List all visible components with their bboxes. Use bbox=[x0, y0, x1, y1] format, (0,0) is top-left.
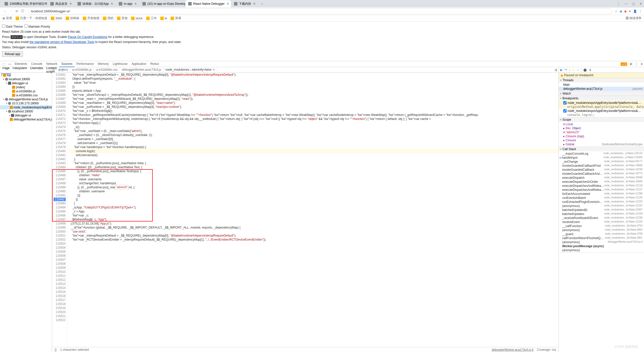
status-line: Status: Debugger session #10041 active. bbox=[2, 45, 642, 50]
pause-link[interactable]: Pause On Caught Exceptions bbox=[68, 35, 107, 39]
address-bar: ← → ⟳ ⓘ ☆ ◉ ◉ ✦ 👤 ⋮ bbox=[0, 8, 644, 15]
maintain-priority-label: Maintain Priority bbox=[28, 25, 50, 28]
info-icon[interactable]: ⓘ bbox=[20, 9, 26, 13]
back-icon[interactable]: ← bbox=[2, 10, 8, 13]
bookmark-item[interactable]: 其他 bbox=[117, 16, 128, 20]
maintain-priority-checkbox[interactable] bbox=[24, 24, 28, 28]
avatar-icon[interactable]: 👤 bbox=[633, 10, 637, 13]
dark-theme-checkbox[interactable] bbox=[2, 24, 5, 28]
forward-icon[interactable]: → bbox=[8, 10, 14, 13]
tab-close-icon[interactable]: ✕ bbox=[134, 2, 137, 6]
ext2-icon[interactable]: ◉ bbox=[624, 10, 627, 13]
reading-list[interactable]: ☰ 阅读清单 bbox=[626, 16, 641, 20]
press-line: Press Ctrl⇧J to open Developer Tools. En… bbox=[2, 34, 642, 40]
browser-tab[interactable]: React Native Debugger✕ bbox=[186, 0, 231, 7]
browser-tab[interactable]: 商品首页✕ bbox=[48, 0, 74, 7]
bookmark-item[interactable]: 开发链接 bbox=[83, 16, 99, 20]
star-icon[interactable]: ☆ bbox=[615, 10, 618, 13]
new-tab-button[interactable]: ＋ bbox=[259, 2, 266, 6]
dark-theme-label: Dark Theme bbox=[6, 25, 23, 28]
install-line: You may also install the standalone vers… bbox=[2, 39, 642, 45]
bookmark-item[interactable]: 3000 bbox=[51, 16, 62, 20]
install-link[interactable]: the standalone version of React Develope… bbox=[29, 40, 94, 44]
window-controls: ⋮ — ▢ ✕ bbox=[617, 2, 642, 6]
menu-icon[interactable]: ⋮ bbox=[617, 2, 620, 6]
ext1-icon[interactable]: ◉ bbox=[620, 10, 622, 13]
tab-close-icon[interactable]: ✕ bbox=[69, 2, 72, 6]
puzzle-icon[interactable]: ✦ bbox=[629, 10, 631, 13]
bookmark-item[interactable]: le bbox=[160, 16, 167, 20]
bookmark-item[interactable]: 工作 bbox=[146, 16, 157, 20]
kbd-shortcut: Ctrl⇧J bbox=[11, 35, 23, 39]
reload-icon[interactable]: ⟳ bbox=[14, 10, 20, 13]
browser-tab[interactable]: 徐闻侯 - 豆仆匠App✕ bbox=[75, 0, 116, 7]
browser-tab[interactable]: (32) m-app on Expo Develop...✕ bbox=[140, 0, 185, 7]
bookmark-item[interactable]: 百度一下，你就知道 bbox=[16, 16, 47, 20]
browser-tab[interactable]: 下载内容✕ bbox=[231, 0, 258, 7]
minimize-icon[interactable]: — bbox=[625, 2, 628, 6]
tab-close-icon[interactable]: ✕ bbox=[253, 2, 256, 6]
browser-tab[interactable]: m-app✕ bbox=[116, 0, 139, 7]
tab-close-icon[interactable]: ✕ bbox=[111, 2, 113, 6]
maximize-icon[interactable]: ▢ bbox=[632, 2, 635, 6]
bookmark-item[interactable]: 徐闻侯 bbox=[66, 16, 79, 20]
page-content: Dark Theme Maintain Priority React Nativ… bbox=[0, 22, 644, 59]
bookmark-item[interactable]: 我的 bbox=[103, 16, 113, 20]
close-icon[interactable]: ✕ bbox=[639, 2, 642, 6]
bookmarks-bar: ⊞ 应用 百度一下，你就知道3000徐闻侯开发链接我的其他stock工作le菜谱… bbox=[0, 15, 644, 22]
url-input[interactable] bbox=[28, 8, 612, 14]
page-desc: React Native JS code runs as a web worke… bbox=[2, 29, 642, 34]
bookmark-item[interactable]: 菜谱 bbox=[171, 16, 181, 20]
reload-button[interactable]: Reload app bbox=[2, 51, 23, 57]
bookmark-item[interactable]: stock bbox=[131, 16, 143, 20]
browser-tab[interactable]: 2345网址导航-开创中国百年...✕ bbox=[2, 0, 47, 7]
apps-icon[interactable]: ⊞ 应用 bbox=[3, 16, 12, 20]
browser-tabs: 2345网址导航-开创中国百年...✕商品首页✕徐闻侯 - 豆仆匠App✕m-a… bbox=[0, 0, 644, 8]
menu-icon[interactable]: ⋮ bbox=[639, 10, 642, 13]
tab-close-icon[interactable]: ✕ bbox=[227, 2, 229, 6]
